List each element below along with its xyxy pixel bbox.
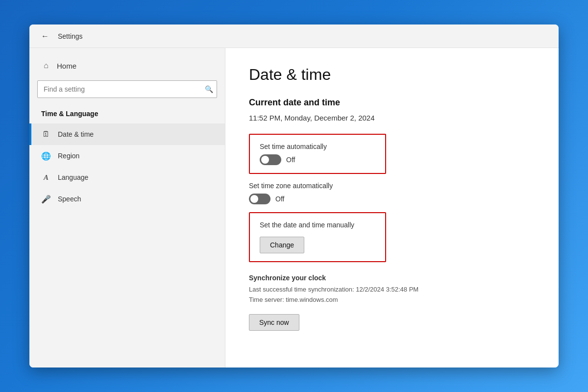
content-area: Date & time Current date and time 11:52 …: [225, 48, 559, 368]
home-icon: ⌂: [41, 61, 51, 71]
current-date-time-section-title: Current date and time: [249, 98, 535, 108]
language-icon: A: [41, 172, 51, 182]
sidebar-item-region-label: Region: [58, 152, 79, 160]
sidebar-item-home[interactable]: ⌂ Home: [29, 56, 225, 75]
sync-now-button[interactable]: Sync now: [249, 314, 299, 331]
search-input[interactable]: [37, 80, 217, 98]
set-time-auto-toggle[interactable]: [260, 154, 281, 165]
sidebar-item-speech-label: Speech: [58, 195, 81, 203]
set-time-auto-toggle-row: Off: [260, 154, 375, 165]
back-button[interactable]: ←: [37, 28, 53, 44]
search-box: 🔍: [37, 80, 217, 98]
window-title: Settings: [58, 32, 83, 40]
speech-icon: 🎤: [41, 194, 51, 204]
region-icon: 🌐: [41, 151, 51, 161]
sync-info-line1: Last successful time synchronization: 12…: [249, 285, 535, 295]
change-button[interactable]: Change: [260, 237, 304, 253]
sidebar-item-date-time[interactable]: 🗓 Date & time: [29, 123, 225, 145]
settings-window: ← Settings ⌂ Home 🔍 Time & Language 🗓 Da…: [29, 24, 559, 368]
set-tz-auto-toggle[interactable]: [249, 194, 270, 204]
sidebar-section-title: Time & Language: [29, 106, 225, 123]
set-tz-auto-toggle-row: Off: [249, 194, 535, 204]
sync-info-line2: Time server: time.windows.com: [249, 295, 535, 305]
sidebar: ⌂ Home 🔍 Time & Language 🗓 Date & time 🌐…: [29, 48, 225, 368]
set-manual-label: Set the date and time manually: [260, 221, 375, 229]
home-label: Home: [57, 62, 76, 70]
main-layout: ⌂ Home 🔍 Time & Language 🗓 Date & time 🌐…: [29, 48, 559, 368]
sidebar-item-language[interactable]: A Language: [29, 167, 225, 188]
current-datetime-value: 11:52 PM, Monday, December 2, 2024: [249, 114, 535, 122]
set-tz-auto-label: Set time zone automatically: [249, 182, 535, 190]
set-manual-box: Set the date and time manually Change: [249, 212, 386, 262]
title-bar: ← Settings: [29, 24, 559, 48]
sidebar-item-region[interactable]: 🌐 Region: [29, 145, 225, 167]
set-time-auto-label: Set time automatically: [260, 143, 375, 150]
date-time-icon: 🗓: [41, 129, 51, 139]
sync-info: Last successful time synchronization: 12…: [249, 285, 535, 305]
sidebar-item-speech[interactable]: 🎤 Speech: [29, 188, 225, 210]
sidebar-item-language-label: Language: [58, 173, 88, 181]
sync-section-title: Synchronize your clock: [249, 274, 535, 282]
set-time-auto-state: Off: [286, 156, 295, 164]
set-tz-auto-block: Set time zone automatically Off: [249, 182, 535, 204]
set-time-auto-box: Set time automatically Off: [249, 134, 386, 174]
set-tz-auto-state: Off: [275, 195, 284, 203]
page-title: Date & time: [249, 66, 535, 84]
sidebar-item-date-time-label: Date & time: [58, 130, 94, 138]
